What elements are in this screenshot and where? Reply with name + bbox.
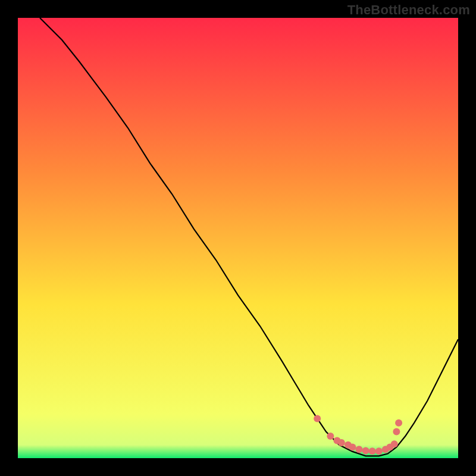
sweet-spot-dot [349,444,356,451]
sweet-spot-dot [393,428,400,436]
chart-frame: TheBottleneck.com [0,0,476,476]
sweet-spot-dot [391,440,398,447]
sweet-spot-dot [369,447,376,455]
sweet-spot-dot [327,433,334,440]
sweet-spot-dot [375,447,383,455]
chart-svg [18,18,458,458]
sweet-spot-dot [395,419,402,427]
sweet-spot-dot [338,439,345,446]
gradient-background [18,18,458,458]
watermark-text: TheBottleneck.com [347,2,470,18]
sweet-spot-dot [362,447,369,454]
sweet-spot-dot [314,415,321,422]
plot-area [18,18,458,458]
sweet-spot-dot [356,446,363,453]
